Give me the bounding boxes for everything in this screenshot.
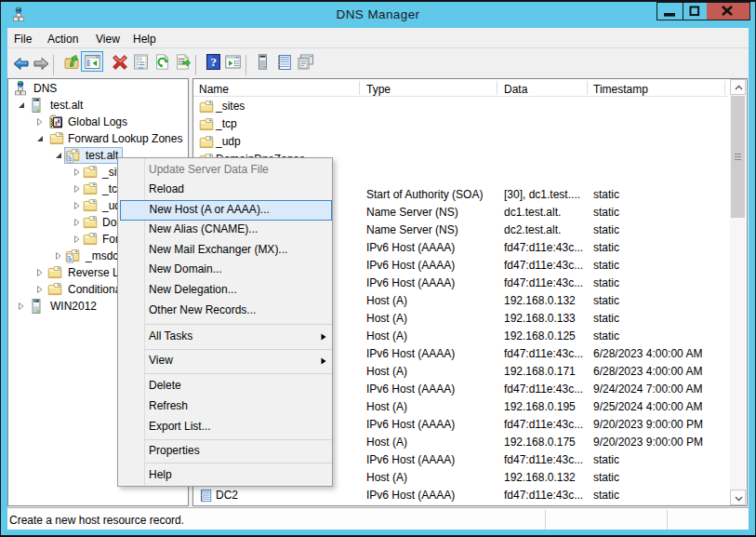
svg-text:?: ? — [210, 55, 217, 69]
